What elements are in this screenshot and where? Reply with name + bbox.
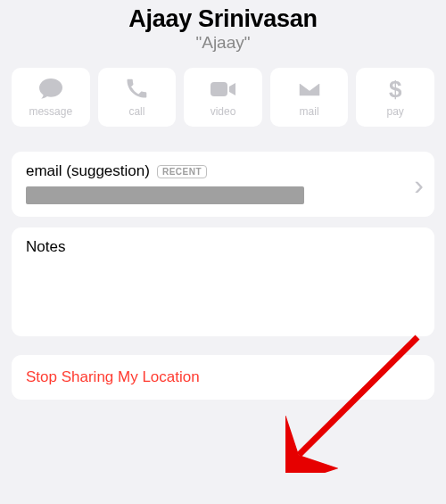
- email-suggestion-row[interactable]: email (suggestion) RECENT ›: [12, 152, 434, 217]
- dollar-icon: $: [389, 78, 401, 101]
- mail-label: mail: [300, 105, 319, 118]
- chevron-right-icon: ›: [414, 170, 424, 199]
- message-label: message: [29, 105, 72, 118]
- annotation-arrow: [285, 330, 428, 473]
- contact-name: Ajaay Srinivasan: [0, 5, 446, 33]
- svg-rect-0: [211, 82, 227, 96]
- stop-sharing-button[interactable]: Stop Sharing My Location: [12, 355, 434, 400]
- email-label: email (suggestion): [26, 162, 150, 180]
- phone-icon: [126, 78, 147, 101]
- notes-label: Notes: [26, 238, 420, 256]
- notes-section[interactable]: Notes: [12, 227, 434, 336]
- message-icon: [38, 78, 63, 101]
- pay-button[interactable]: $ pay: [356, 68, 434, 127]
- mail-icon: [298, 78, 321, 101]
- video-icon: [210, 78, 236, 101]
- email-value-redacted: [26, 186, 304, 204]
- contact-header: Ajaay Srinivasan "Ajaay": [0, 0, 446, 60]
- message-button[interactable]: message: [12, 68, 90, 127]
- call-label: call: [128, 105, 145, 118]
- recent-badge: RECENT: [157, 165, 207, 178]
- call-button[interactable]: call: [98, 68, 177, 127]
- contact-nickname: "Ajaay": [0, 33, 446, 53]
- action-row: message call video mail $ pay: [0, 60, 446, 127]
- stop-sharing-label: Stop Sharing My Location: [26, 368, 420, 386]
- pay-label: pay: [386, 105, 403, 118]
- video-label: video: [211, 105, 236, 118]
- mail-button[interactable]: mail: [270, 68, 349, 127]
- video-button[interactable]: video: [184, 68, 262, 127]
